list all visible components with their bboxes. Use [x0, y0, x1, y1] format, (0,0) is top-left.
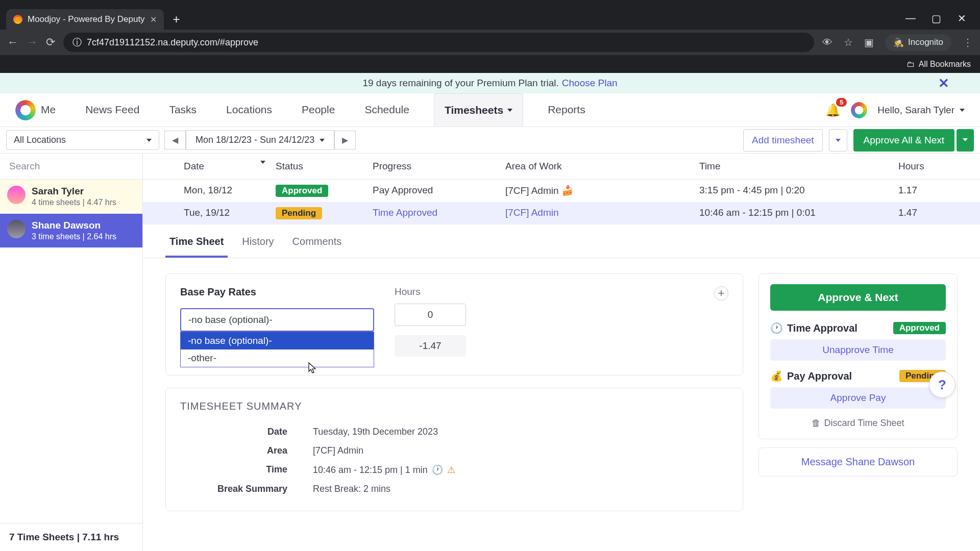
chevron-down-icon — [960, 109, 965, 112]
trash-icon: 🗑 — [812, 418, 821, 429]
browser-tab[interactable]: Moodjoy - Powered By Deputy ✕ — [6, 9, 164, 30]
eye-off-icon[interactable]: 👁 — [822, 37, 832, 48]
app-logo-icon[interactable] — [15, 100, 36, 120]
header-status[interactable]: Status — [276, 161, 373, 172]
approve-pay-button[interactable]: Approve Pay — [770, 387, 946, 409]
filter-toolbar: All Locations ◀ Mon 18/12/23 - Sun 24/12… — [0, 127, 980, 154]
clock-icon: 🕐 — [770, 322, 783, 334]
warning-icon: ⚠ — [447, 464, 455, 475]
base-pay-card: Base Pay Rates -no base (optional)- -no … — [165, 273, 743, 375]
app-header: Me News Feed Tasks Locations People Sche… — [0, 93, 980, 127]
incognito-badge[interactable]: 🕵 Incognito — [885, 34, 951, 51]
hours-input[interactable]: 0 — [395, 304, 466, 326]
bookmark-bar: 🗀 All Bookmarks — [0, 55, 980, 73]
bookmark-star-icon[interactable]: ☆ — [844, 36, 853, 48]
base-pay-title: Base Pay Rates — [180, 286, 374, 298]
status-badge: Pending — [276, 207, 322, 219]
prev-week-button[interactable]: ◀ — [164, 131, 186, 149]
employee-item[interactable]: Shane Dawson 3 time sheets | 2.64 hrs — [0, 214, 142, 248]
tab-timesheet[interactable]: Time Sheet — [165, 228, 228, 258]
table-header: Date Status Progress Area of Work Time H… — [143, 154, 980, 180]
folder-icon: 🗀 — [906, 60, 915, 69]
add-pay-rate-button[interactable]: + — [714, 286, 728, 300]
nav-people[interactable]: People — [297, 93, 340, 127]
table-row[interactable]: Mon, 18/12 Approved Pay Approved [7CF] A… — [143, 180, 980, 202]
header-area[interactable]: Area of Work — [505, 161, 699, 172]
nav-timesheets[interactable]: Timesheets — [434, 93, 523, 127]
site-info-icon[interactable]: ⓘ — [72, 36, 82, 48]
avatar-icon — [7, 186, 26, 204]
back-button[interactable]: ← — [7, 36, 18, 49]
url-bar[interactable]: ⓘ 7cf47d19112152.na.deputy.com/#approve — [63, 33, 814, 52]
nav-me[interactable]: Me — [36, 93, 61, 127]
minimize-icon[interactable]: — — [905, 12, 916, 24]
browser-tab-strip: Moodjoy - Powered By Deputy ✕ + — ▢ ✕ — [0, 0, 980, 30]
maximize-icon[interactable]: ▢ — [931, 12, 941, 24]
notification-count-badge: 5 — [836, 98, 847, 107]
detail-tabs: Time Sheet History Comments — [143, 228, 980, 258]
header-time[interactable]: Time — [699, 161, 888, 172]
close-tab-icon[interactable]: ✕ — [150, 15, 157, 24]
new-tab-button[interactable]: + — [166, 9, 187, 30]
base-pay-dropdown: -no base (optional)- -other- — [180, 332, 374, 367]
nav-tasks[interactable]: Tasks — [164, 93, 202, 127]
chevron-down-icon — [507, 109, 512, 112]
reload-button[interactable]: ⟳ — [46, 36, 55, 49]
employee-meta: 4 time sheets | 4.47 hrs — [32, 198, 116, 207]
approve-all-dropdown[interactable] — [957, 129, 974, 152]
nav-schedule[interactable]: Schedule — [359, 93, 414, 127]
message-employee-button[interactable]: Message Shane Dawson — [758, 447, 958, 477]
date-range-select[interactable]: Mon 18/12/23 - Sun 24/12/23 — [186, 130, 334, 150]
help-button[interactable]: ? — [929, 371, 955, 398]
add-timesheet-button[interactable]: Add timesheet — [743, 129, 822, 152]
tab-comments[interactable]: Comments — [288, 228, 346, 258]
employee-sidebar: Search Sarah Tyler 4 time sheets | 4.47 … — [0, 154, 143, 551]
user-menu[interactable]: Hello, Sarah Tyler — [877, 105, 965, 116]
unapprove-time-button[interactable]: Unapprove Time — [770, 339, 946, 361]
base-pay-option[interactable]: -no base (optional)- — [181, 332, 374, 349]
base-pay-option[interactable]: -other- — [181, 349, 374, 367]
add-timesheet-dropdown[interactable] — [829, 129, 847, 152]
approve-next-button[interactable]: Approve & Next — [770, 284, 946, 311]
discard-timesheet-link[interactable]: 🗑Discard Time Sheet — [770, 418, 946, 429]
status-badge: Approved — [893, 322, 946, 334]
main-nav: Me News Feed Tasks Locations People Sche… — [36, 93, 591, 127]
all-bookmarks-link[interactable]: All Bookmarks — [919, 60, 971, 69]
next-week-button[interactable]: ▶ — [334, 131, 356, 149]
header-date[interactable]: Date — [174, 161, 276, 172]
tab-history[interactable]: History — [238, 228, 278, 258]
side-panel-icon[interactable]: ▣ — [864, 36, 874, 48]
notifications-button[interactable]: 🔔5 — [825, 103, 841, 117]
timesheet-table: Date Status Progress Area of Work Time H… — [143, 154, 980, 224]
nav-reports[interactable]: Reports — [543, 93, 591, 127]
sidebar-footer: 7 Time Sheets | 7.11 hrs — [0, 523, 142, 551]
summary-title: TIMESHEET SUMMARY — [180, 400, 728, 412]
chevron-down-icon — [963, 138, 968, 141]
incognito-icon: 🕵 — [893, 37, 904, 48]
browser-toolbar: ← → ⟳ ⓘ 7cf47d19112152.na.deputy.com/#ap… — [0, 30, 980, 55]
base-pay-select[interactable]: -no base (optional)- — [180, 308, 374, 332]
user-avatar-icon[interactable] — [851, 102, 867, 118]
avatar-icon — [7, 220, 26, 238]
location-select[interactable]: All Locations — [6, 130, 159, 150]
approve-all-button[interactable]: Approve All & Next — [853, 129, 954, 152]
header-progress[interactable]: Progress — [373, 161, 505, 172]
header-hours[interactable]: Hours — [888, 161, 980, 172]
chevron-down-icon — [320, 139, 325, 142]
trial-banner: 19 days remaining of your Premium Plan t… — [0, 73, 980, 93]
table-row[interactable]: Tue, 19/12 Pending Time Approved [7CF] A… — [143, 202, 980, 224]
forward-button: → — [27, 36, 38, 49]
chevron-down-icon — [146, 139, 152, 142]
nav-news-feed[interactable]: News Feed — [80, 93, 144, 127]
window-controls: — ▢ ✕ — [905, 12, 980, 30]
search-input[interactable]: Search — [0, 154, 142, 180]
hours-readonly: -1.47 — [395, 335, 466, 357]
menu-icon[interactable]: ⋮ — [963, 36, 973, 48]
money-icon: 💰 — [770, 370, 783, 382]
employee-item[interactable]: Sarah Tyler 4 time sheets | 4.47 hrs — [0, 180, 142, 214]
close-window-icon[interactable]: ✕ — [957, 12, 967, 24]
choose-plan-link[interactable]: Choose Plan — [562, 78, 618, 89]
banner-close-icon[interactable]: ✕ — [938, 76, 949, 91]
approval-sidebar: Approve & Next 🕐Time Approval Approved U… — [758, 273, 958, 511]
nav-locations[interactable]: Locations — [221, 93, 277, 127]
